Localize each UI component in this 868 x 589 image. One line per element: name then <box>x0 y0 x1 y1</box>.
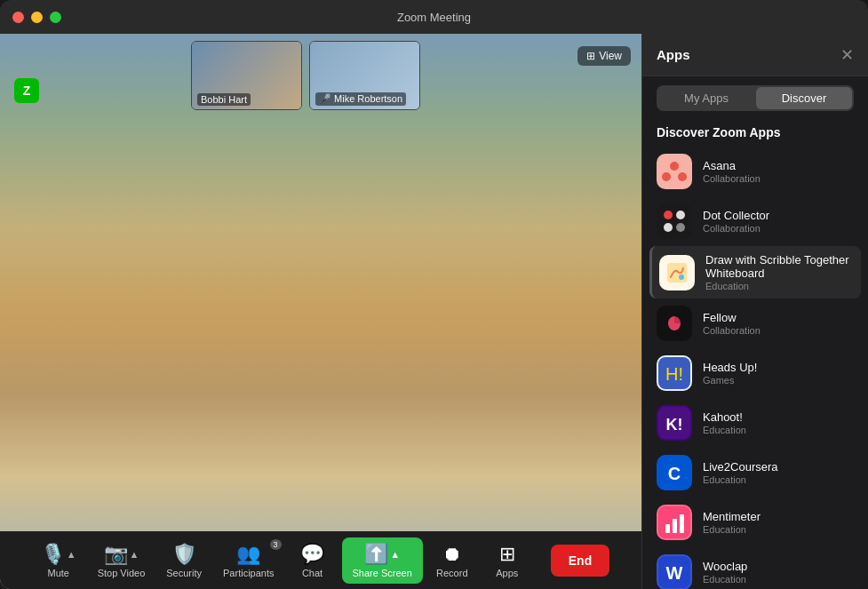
share-screen-label: Share Screen <box>353 568 412 578</box>
draw-name: Draw with Scribble Together Whiteboard <box>705 253 854 280</box>
fellow-name: Fellow <box>703 311 854 324</box>
participants-button[interactable]: 👥 Participants 3 <box>214 537 283 584</box>
wooclap-category: Education <box>703 574 854 585</box>
fellow-svg <box>662 311 687 336</box>
chat-button[interactable]: 💬 Chat <box>287 537 338 584</box>
minimize-button[interactable] <box>31 12 43 23</box>
dc-dot-3 <box>664 223 673 232</box>
stop-video-label: Stop Video <box>98 568 146 578</box>
app-item-draw[interactable]: Draw with Scribble Together Whiteboard E… <box>649 246 861 298</box>
chat-icon: 💬 <box>300 543 324 566</box>
tab-discover[interactable]: Discover <box>756 87 852 109</box>
record-button[interactable]: ⏺ Record <box>426 537 478 584</box>
wooclap-icon: W <box>657 554 692 589</box>
asana-dot-left <box>662 172 671 181</box>
wooclap-info: Wooclap Education <box>703 560 854 585</box>
headsup-category: Games <box>703 375 854 386</box>
asana-info: Asana Collaboration <box>703 159 854 184</box>
dc-dot-4 <box>676 223 685 232</box>
draw-category: Education <box>705 281 854 291</box>
svg-text:W: W <box>666 563 683 583</box>
view-icon: ⊞ <box>586 50 595 62</box>
fellow-info: Fellow Collaboration <box>703 311 854 336</box>
app-item-headsup[interactable]: H! Heads Up! Games <box>649 348 861 398</box>
tab-my-apps[interactable]: My Apps <box>658 87 754 109</box>
close-panel-button[interactable]: ✕ <box>840 47 854 63</box>
share-caret[interactable]: ▲ <box>390 549 400 560</box>
dotcollector-grid <box>664 211 685 232</box>
close-button[interactable] <box>12 12 24 23</box>
app-item-dotcollector[interactable]: Dot Collector Collaboration <box>649 196 861 246</box>
view-label: View <box>599 50 622 62</box>
camera-icon: 📷 <box>104 543 128 566</box>
maximize-button[interactable] <box>50 12 61 23</box>
app-item-asana[interactable]: Asana Collaboration <box>649 147 861 196</box>
thumbnail-mike-label: 🎤 Mike Robertson <box>315 92 406 106</box>
window-title: Zoom Meeting <box>397 11 471 24</box>
record-label: Record <box>436 568 467 578</box>
participants-badge: 3 <box>270 539 282 550</box>
kahoot-info: Kahoot! Education <box>703 410 854 435</box>
svg-text:C: C <box>668 464 681 483</box>
thumbnail-mike[interactable]: 🎤 Mike Robertson <box>309 41 420 110</box>
window-controls <box>12 12 61 23</box>
app-item-mentimeter[interactable]: Mentimeter Education <box>649 497 861 547</box>
asana-dot-right <box>678 172 687 181</box>
mentimeter-svg <box>658 506 690 538</box>
kahoot-icon: K! <box>657 405 692 441</box>
kahoot-name: Kahoot! <box>703 410 854 424</box>
app-item-wooclap[interactable]: W Wooclap Education <box>649 547 861 589</box>
apps-button[interactable]: ⊞ Apps <box>482 537 533 584</box>
fellow-category: Collaboration <box>703 325 854 336</box>
app-item-live2coursera[interactable]: C Live2Coursera Education <box>649 448 861 497</box>
app-list: Asana Collaboration Dot Collector Coll <box>642 147 868 589</box>
mute-caret[interactable]: ▲ <box>67 549 76 560</box>
dotcollector-category: Collaboration <box>703 223 854 234</box>
apps-panel: Apps ✕ My Apps Discover Discover Zoom Ap… <box>641 34 868 589</box>
headsup-info: Heads Up! Games <box>703 361 854 386</box>
share-screen-button[interactable]: ⬆️ ▲ Share Screen <box>342 537 423 584</box>
main-content: Z Bobbi Hart 🎤 Mike Robertson ⊞ View � <box>0 34 868 589</box>
live2coursera-name: Live2Coursera <box>703 460 854 474</box>
participants-icon: 👥 <box>236 543 260 566</box>
view-button[interactable]: ⊞ View <box>577 46 631 66</box>
svg-point-1 <box>679 275 684 280</box>
mentimeter-info: Mentimeter Education <box>703 510 854 535</box>
share-icon: ⬆️ <box>364 543 388 566</box>
thumbnail-bobbi[interactable]: Bobbi Hart <box>191 41 302 110</box>
live2coursera-icon: C <box>657 455 692 490</box>
kahoot-svg: K! <box>658 407 690 439</box>
video-caret[interactable]: ▲ <box>130 549 139 560</box>
asana-dot-top <box>670 162 679 171</box>
security-button[interactable]: 🛡️ Security <box>157 537 211 584</box>
svg-rect-0 <box>667 263 687 283</box>
stop-video-icon-wrap: 📷 ▲ <box>104 543 139 566</box>
live2coursera-info: Live2Coursera Education <box>703 460 854 485</box>
app-item-kahoot[interactable]: K! Kahoot! Education <box>649 398 861 448</box>
share-icon-wrap: ⬆️ ▲ <box>364 543 400 566</box>
svg-rect-10 <box>665 524 670 533</box>
end-button[interactable]: End <box>551 545 609 577</box>
thumbnails-row: Bobbi Hart 🎤 Mike Robertson ⊞ View <box>0 34 641 117</box>
dotcollector-icon <box>657 203 692 239</box>
asana-icon <box>657 154 692 189</box>
asana-dots <box>662 162 687 181</box>
live2coursera-svg: C <box>658 457 690 489</box>
mentimeter-category: Education <box>703 524 854 535</box>
dotcollector-name: Dot Collector <box>703 209 854 222</box>
wooclap-name: Wooclap <box>703 560 854 573</box>
mute-button[interactable]: 🎙️ ▲ Mute <box>32 537 85 584</box>
stop-video-button[interactable]: 📷 ▲ Stop Video <box>89 537 155 584</box>
security-icon: 🛡️ <box>172 543 196 566</box>
security-label: Security <box>166 568 202 578</box>
dc-dot-2 <box>676 211 685 219</box>
apps-panel-header: Apps ✕ <box>642 34 868 76</box>
svg-rect-11 <box>673 519 677 533</box>
wooclap-svg: W <box>658 556 690 588</box>
draw-svg-icon <box>665 261 689 284</box>
dotcollector-info: Dot Collector Collaboration <box>703 209 854 234</box>
app-item-fellow[interactable]: Fellow Collaboration <box>649 298 861 348</box>
svg-text:K!: K! <box>666 416 683 434</box>
headsup-name: Heads Up! <box>703 361 854 374</box>
apps-icon: ⊞ <box>499 543 515 566</box>
